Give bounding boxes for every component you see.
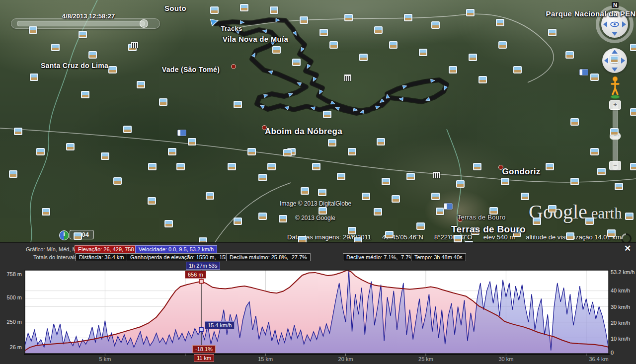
photo-icon[interactable]	[436, 208, 444, 215]
photo-icon[interactable]	[385, 231, 394, 238]
photo-icon[interactable]	[312, 163, 320, 170]
photo-icon[interactable]	[625, 213, 634, 220]
photo-icon[interactable]	[615, 183, 623, 190]
lodging-icon[interactable]	[177, 130, 186, 136]
photo-icon[interactable]	[501, 178, 509, 185]
photo-icon[interactable]	[199, 237, 207, 242]
photo-icon[interactable]	[329, 41, 338, 49]
look-down-icon[interactable]	[612, 32, 618, 36]
pegman-street-view[interactable]	[609, 75, 621, 99]
photo-icon[interactable]	[454, 235, 462, 242]
photo-icon[interactable]	[548, 205, 556, 213]
photo-icon[interactable]	[66, 143, 75, 150]
photo-icon[interactable]	[478, 76, 487, 83]
photo-icon[interactable]	[348, 227, 356, 234]
photo-icon[interactable]	[272, 46, 281, 54]
photo-icon[interactable]	[359, 54, 368, 61]
photo-icon[interactable]	[164, 220, 173, 227]
lodging-icon[interactable]	[444, 203, 453, 210]
lodging-icon[interactable]	[579, 69, 588, 75]
photo-icon[interactable]	[590, 73, 599, 81]
photo-icon[interactable]	[319, 29, 328, 36]
photo-icon[interactable]	[466, 9, 475, 16]
photo-icon[interactable]	[270, 6, 278, 14]
photo-icon[interactable]	[348, 148, 356, 155]
photo-icon[interactable]	[496, 19, 504, 26]
photo-icon[interactable]	[570, 118, 579, 126]
photo-icon[interactable]	[148, 197, 156, 205]
time-slider-track[interactable]	[17, 21, 145, 26]
photo-icon[interactable]	[548, 29, 556, 36]
move-right-icon[interactable]	[621, 58, 625, 64]
photo-icon[interactable]	[79, 31, 87, 38]
temple-icon[interactable]	[433, 172, 440, 178]
time-slider-handle[interactable]	[140, 19, 148, 28]
photo-icon[interactable]	[431, 21, 440, 29]
photo-icon[interactable]	[498, 41, 507, 49]
photo-icon[interactable]	[74, 232, 82, 240]
photo-icon[interactable]	[234, 101, 242, 108]
photo-icon[interactable]	[590, 148, 599, 155]
photo-icon[interactable]	[374, 208, 382, 216]
photo-icon[interactable]	[36, 148, 45, 155]
photo-icon[interactable]	[344, 14, 353, 21]
photo-icon[interactable]	[247, 148, 256, 155]
photo-icon[interactable]	[51, 44, 60, 51]
photo-icon[interactable]	[123, 126, 132, 133]
photo-icon[interactable]	[449, 66, 457, 73]
photo-icon[interactable]	[81, 91, 89, 98]
photo-icon[interactable]	[168, 148, 176, 155]
photo-icon[interactable]	[354, 237, 362, 242]
photo-icon[interactable]	[513, 66, 522, 73]
photo-icon[interactable]	[267, 163, 276, 170]
zoom-out-button[interactable]: −	[609, 161, 621, 170]
photo-icon[interactable]	[30, 73, 38, 81]
photo-icon[interactable]	[521, 193, 529, 200]
move-down-icon[interactable]	[612, 68, 618, 72]
photo-icon[interactable]	[533, 218, 541, 225]
photo-icon[interactable]	[456, 180, 465, 188]
photo-icon[interactable]	[469, 54, 477, 61]
photo-icon[interactable]	[318, 207, 327, 215]
photo-icon[interactable]	[283, 149, 292, 156]
photo-icon[interactable]	[630, 44, 636, 51]
photo-icon[interactable]	[206, 192, 214, 200]
photo-icon[interactable]	[406, 173, 415, 180]
photo-icon[interactable]	[362, 193, 370, 200]
elevation-profile-panel[interactable]: Gráfico: Mín, Méd, Máx Elevação: 26, 429…	[0, 242, 636, 364]
photo-icon[interactable]	[258, 213, 267, 220]
photo-icon[interactable]	[337, 173, 345, 180]
close-profile-button[interactable]: ✕	[624, 244, 631, 253]
map-view[interactable]: 4/8/2013 12:58:27 Image © 2013 DigitalGl…	[0, 0, 636, 242]
photo-icon[interactable]	[101, 152, 109, 160]
photo-icon[interactable]	[292, 59, 301, 66]
photo-icon[interactable]	[597, 168, 606, 175]
temple-icon[interactable]	[131, 42, 138, 48]
photo-icon[interactable]	[416, 222, 425, 230]
photo-icon[interactable]	[9, 170, 17, 178]
gps-track[interactable]	[216, 20, 447, 113]
photo-icon[interactable]	[630, 108, 636, 116]
photo-icon[interactable]	[298, 236, 307, 242]
photo-icon[interactable]	[301, 187, 309, 195]
move-left-icon[interactable]	[604, 58, 608, 64]
photo-icon[interactable]	[630, 163, 636, 170]
photo-icon[interactable]	[108, 66, 117, 73]
photo-icon[interactable]	[607, 229, 616, 237]
photo-icon[interactable]	[382, 178, 390, 185]
track-start-icon[interactable]	[210, 17, 219, 26]
photo-icon[interactable]	[389, 41, 398, 49]
look-left-icon[interactable]	[603, 21, 607, 27]
photo-icon[interactable]	[404, 14, 412, 21]
photo-icon[interactable]	[328, 139, 336, 146]
photo-icon[interactable]	[234, 218, 242, 225]
photo-icon[interactable]	[585, 218, 594, 225]
historical-imagery-clock-icon[interactable]	[59, 230, 69, 240]
photo-icon[interactable]	[610, 128, 619, 136]
photo-icon[interactable]	[610, 56, 619, 63]
photo-icon[interactable]	[113, 177, 122, 185]
photo-icon[interactable]	[570, 178, 579, 185]
zoom-in-button[interactable]: +	[609, 100, 621, 110]
photo-icon[interactable]	[279, 215, 287, 222]
photo-icon[interactable]	[546, 163, 554, 170]
